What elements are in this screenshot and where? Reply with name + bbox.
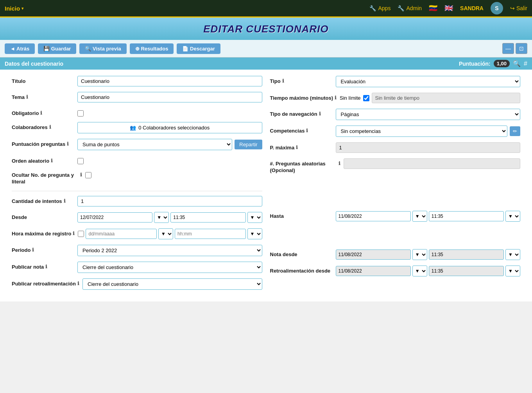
desde-time-dropdown[interactable]: ▼ — [247, 212, 262, 223]
desde-date-dropdown[interactable]: ▼ — [154, 212, 169, 223]
hora-maxima-checkbox[interactable] — [78, 231, 84, 237]
colaboradores-info-icon: ℹ — [49, 124, 51, 130]
publicar-nota-row: Publicar nota ℹ Cierre del cuestionario — [12, 262, 262, 273]
publicar-nota-select[interactable]: Cierre del cuestionario — [77, 262, 262, 273]
periodo-label: Periodo ℹ — [12, 245, 74, 253]
publicar-retro-label: Publicar retroalimentación ℹ — [12, 278, 79, 287]
nota-desde-date-input — [336, 249, 411, 260]
hora-maxima-datetime: ▼ ▼ — [78, 228, 262, 239]
exit-label: Salir — [516, 5, 527, 11]
hash-section-button[interactable]: # — [524, 60, 527, 67]
ocultar-row: Ocultar No. de pregunta y literal ℹ — [12, 170, 262, 185]
cantidad-intentos-input[interactable] — [77, 196, 262, 206]
obligatorio-checkbox[interactable] — [77, 110, 84, 117]
inicio-menu[interactable]: Inicio ▾ — [5, 5, 23, 12]
nota-desde-datetime: ▼ ▼ — [336, 249, 521, 260]
competencias-info-icon: ℹ — [306, 128, 308, 133]
apps-icon: 🔧 — [369, 5, 376, 11]
hasta-date-dropdown[interactable]: ▼ — [412, 211, 427, 222]
download-button[interactable]: 📄 Descargar — [177, 43, 220, 54]
user-name: SANDRA — [460, 5, 484, 11]
colaboradores-icon: 👥 — [130, 125, 136, 131]
results-label: ⊕ Resultados — [135, 46, 168, 52]
publicar-retro-select[interactable]: Cierre del cuestionario — [82, 278, 262, 290]
tipo-navegacion-select[interactable]: Páginas — [336, 109, 521, 120]
flag-uk[interactable]: 🇬🇧 — [444, 4, 453, 13]
puntuacion-select[interactable]: Suma de puntos — [77, 139, 232, 150]
preview-label: 🔍 Vista previa — [85, 46, 121, 52]
minimize-button[interactable]: — — [502, 43, 514, 54]
tipo-select[interactable]: Evaluación — [336, 76, 521, 87]
hasta-datetime: ▼ ▼ — [336, 211, 521, 222]
back-button[interactable]: ◄ Atrás — [5, 43, 35, 54]
hora-maxima-date-input[interactable] — [86, 229, 157, 239]
results-button[interactable]: ⊕ Resultados — [130, 43, 174, 54]
retro-desde-date-dropdown[interactable]: ▼ — [412, 266, 427, 276]
preguntas-aleatorias-info-icon: ℹ — [339, 161, 340, 167]
nota-desde-label: Nota desde — [270, 249, 333, 257]
apps-label: Apps — [378, 5, 390, 11]
save-button[interactable]: 💾 Guardar — [38, 43, 76, 54]
puntuacion-info-icon: ℹ — [67, 141, 69, 147]
titulo-input[interactable] — [77, 76, 262, 86]
publicar-retro-info-icon: ℹ — [77, 281, 79, 287]
tiempo-maximo-label: Tiempo máximo (minutos) ℹ — [270, 93, 337, 102]
admin-link[interactable]: 🔧 Admin — [398, 5, 422, 11]
tipo-row: Tipo ℹ Evaluación — [270, 76, 521, 87]
retro-desde-time-dropdown[interactable]: ▼ — [505, 266, 520, 276]
hora-maxima-time-input[interactable] — [175, 229, 246, 239]
tiempo-maximo-row: Tiempo máximo (minutos) ℹ Sin límite Sin… — [270, 93, 521, 103]
hora-maxima-date-dropdown[interactable]: ▼ — [158, 228, 173, 239]
orden-aleatorio-checkbox[interactable] — [77, 158, 84, 164]
desde-time-input[interactable] — [170, 212, 245, 223]
hasta-date-input[interactable] — [336, 211, 411, 221]
section-header: Datos del cuestionario Puntuación: 1,00 … — [0, 57, 532, 70]
top-navigation: Inicio ▾ 🔧 Apps 🔧 Admin 🇻🇪 🇬🇧 SANDRA S ↪… — [0, 0, 532, 18]
hasta-time-dropdown[interactable]: ▼ — [505, 211, 520, 222]
p-maxima-label: P. máxima ℹ — [270, 142, 333, 151]
tipo-info-icon: ℹ — [282, 78, 284, 84]
preview-button[interactable]: 🔍 Vista previa — [79, 43, 126, 54]
apps-link[interactable]: 🔧 Apps — [369, 5, 390, 11]
nota-desde-date-dropdown[interactable]: ▼ — [412, 249, 427, 260]
obligatorio-row: Obligatorio ℹ — [12, 108, 262, 117]
ocultar-checkbox[interactable] — [85, 172, 91, 178]
colaboradores-button[interactable]: 👥 0 Colaboradores seleccionados — [77, 122, 262, 133]
expand-button[interactable]: ⊡ — [516, 43, 527, 54]
competencias-row: Competencias ℹ Sin competencias ✏ — [270, 126, 521, 137]
repartir-button[interactable]: Repartir — [235, 140, 262, 149]
save-label: 💾 Guardar — [43, 46, 71, 52]
admin-label: Admin — [406, 5, 422, 11]
competencias-edit-button[interactable]: ✏ — [510, 126, 520, 136]
flag-ve[interactable]: 🇻🇪 — [429, 4, 437, 13]
cantidad-intentos-row: Cantidad de intentos ℹ — [12, 196, 262, 206]
puntuacion-preguntas-label: Puntuación preguntas ℹ — [12, 139, 74, 147]
toolbar-right: — ⊡ — [502, 43, 527, 54]
page-header: EDITAR CUESTIONARIO — [0, 18, 532, 40]
datos-label: Datos del cuestionario — [5, 61, 63, 67]
search-section-button[interactable]: 🔍 — [513, 60, 521, 67]
periodo-select[interactable]: Periodo 2 2022 — [77, 245, 262, 256]
hasta-label: Hasta — [270, 211, 333, 219]
hora-maxima-row: Hora máxima de registro ℹ ▼ ▼ — [12, 228, 262, 239]
competencias-select[interactable]: Sin competencias — [336, 126, 508, 137]
score-row: Suma de puntos Repartir — [77, 139, 262, 150]
retro-desde-time-input — [429, 266, 504, 276]
p-maxima-input — [336, 142, 521, 153]
hora-maxima-time-dropdown[interactable]: ▼ — [247, 228, 262, 239]
tipo-navegacion-row: Tipo de navegación ℹ Páginas — [270, 109, 521, 120]
hasta-time-input[interactable] — [429, 211, 504, 221]
nota-desde-time-dropdown[interactable]: ▼ — [505, 249, 520, 260]
tema-input[interactable] — [77, 92, 262, 102]
puntuacion-label: Puntuación: — [459, 61, 491, 67]
hora-maxima-info-icon: ℹ — [73, 231, 75, 237]
form-grid: Título Tema ℹ Obligatorio ℹ — [8, 76, 524, 295]
inicio-label: Inicio — [5, 5, 20, 12]
score-area: Puntuación: 1,00 🔍 # — [459, 60, 527, 67]
admin-icon: 🔧 — [398, 5, 404, 11]
sin-limite-checkbox[interactable] — [363, 95, 369, 101]
cantidad-intentos-label: Cantidad de intentos ℹ — [12, 196, 74, 204]
exit-link[interactable]: ↪ Salir — [510, 5, 527, 11]
colaboradores-row: Colaboradores ℹ 👥 0 Colaboradores selecc… — [12, 122, 262, 133]
desde-date-input[interactable] — [77, 212, 152, 223]
